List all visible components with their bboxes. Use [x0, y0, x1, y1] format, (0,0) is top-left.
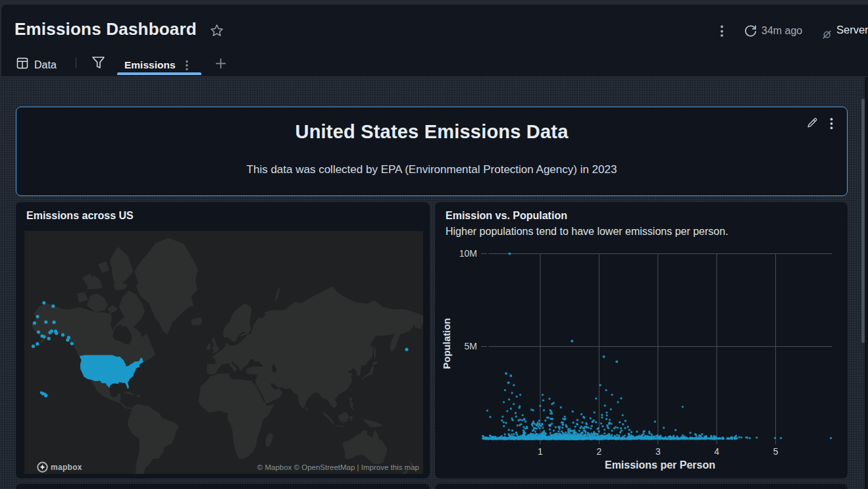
svg-text:5M: 5M	[465, 341, 477, 351]
svg-text:© Mapbox © OpenStreetMap | Imp: © Mapbox © OpenStreetMap | Improve this …	[257, 463, 419, 471]
svg-text:1: 1	[538, 446, 543, 457]
svg-text:Population: Population	[441, 318, 452, 369]
svg-text:3: 3	[655, 446, 661, 457]
svg-text:Emissions per Person: Emissions per Person	[605, 459, 715, 471]
svg-text:mapbox: mapbox	[51, 463, 82, 472]
svg-text:5: 5	[773, 446, 779, 457]
svg-text:4: 4	[714, 446, 719, 457]
svg-text:2: 2	[597, 446, 602, 457]
svg-text:10M: 10M	[459, 248, 477, 259]
